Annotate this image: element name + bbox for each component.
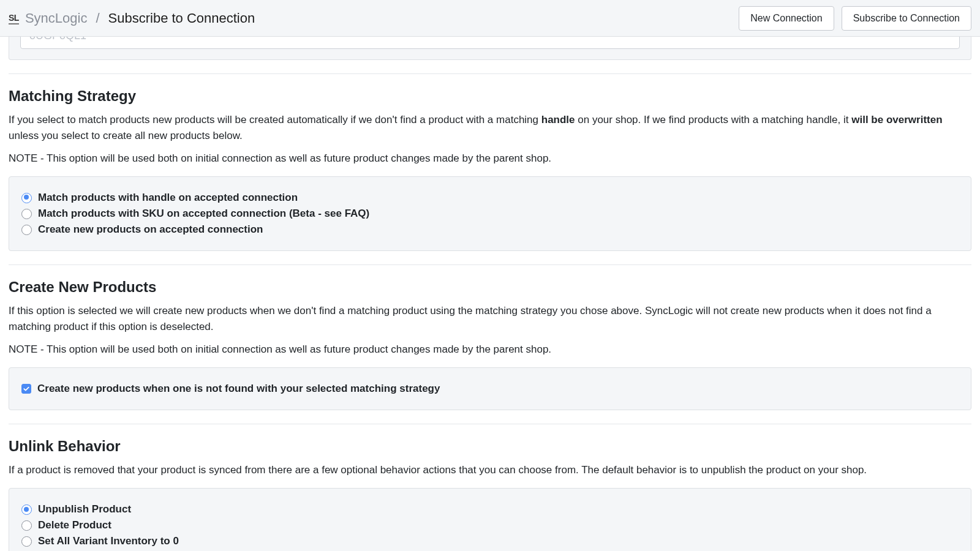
option-label: Match products with handle on accepted c… — [38, 192, 298, 204]
matching-strategy-note: NOTE - This option will be used both on … — [9, 151, 971, 167]
ms-desc-part-a: If you select to match products new prod… — [9, 114, 541, 126]
page-title: Subscribe to Connection — [108, 10, 255, 26]
checkbox-icon — [21, 384, 31, 394]
matching-option-create-new[interactable]: Create new products on accepted connecti… — [21, 223, 959, 236]
matching-strategy-options-card: Match products with handle on accepted c… — [9, 176, 971, 251]
unlink-option-unpublish[interactable]: Unpublish Product — [21, 503, 959, 515]
connection-code-card: oUGPoQL1 — [9, 37, 971, 60]
ms-desc-bold-overwritten: will be overwritten — [851, 114, 942, 126]
option-label: Delete Product — [38, 519, 111, 531]
header-buttons: New Connection Subscribe to Connection — [739, 6, 971, 31]
create-new-products-description: If this option is selected we will creat… — [9, 303, 971, 335]
app-name-link[interactable]: SyncLogic — [25, 10, 88, 26]
ms-desc-part-c: on your shop. If we find products with a… — [575, 114, 852, 126]
subscribe-to-connection-button[interactable]: Subscribe to Connection — [842, 6, 971, 31]
topbar: SL SyncLogic / Subscribe to Connection N… — [0, 0, 980, 37]
new-connection-button[interactable]: New Connection — [739, 6, 834, 31]
divider — [9, 73, 971, 74]
ms-desc-bold-handle: handle — [541, 114, 575, 126]
divider — [9, 264, 971, 265]
option-label: Create new products on accepted connecti… — [38, 223, 263, 236]
create-new-products-card: Create new products when one is not foun… — [9, 367, 971, 410]
create-new-products-note: NOTE - This option will be used both on … — [9, 342, 971, 358]
option-label: Unpublish Product — [38, 503, 131, 515]
unlink-behavior-options-card: Unpublish Product Delete Product Set All… — [9, 488, 971, 551]
breadcrumb-separator: / — [96, 10, 99, 26]
matching-option-sku[interactable]: Match products with SKU on accepted conn… — [21, 208, 959, 220]
unlink-option-zero-inventory[interactable]: Set All Variant Inventory to 0 — [21, 535, 959, 547]
unlink-behavior-heading: Unlink Behavior — [9, 438, 971, 455]
radio-icon — [21, 225, 32, 235]
radio-icon — [21, 193, 32, 203]
option-label: Set All Variant Inventory to 0 — [38, 535, 179, 547]
ms-desc-part-e: unless you select to create all new prod… — [9, 130, 243, 141]
matching-strategy-description: If you select to match products new prod… — [9, 112, 971, 144]
app-logo: SL — [9, 12, 19, 24]
breadcrumb: SL SyncLogic / Subscribe to Connection — [9, 10, 255, 26]
radio-icon — [21, 520, 32, 531]
unlink-behavior-description: If a product is removed that your produc… — [9, 462, 971, 478]
radio-icon — [21, 209, 32, 219]
create-new-products-heading: Create New Products — [9, 279, 971, 296]
radio-icon — [21, 536, 32, 547]
matching-strategy-heading: Matching Strategy — [9, 88, 971, 105]
unlink-option-delete[interactable]: Delete Product — [21, 519, 959, 531]
option-label: Match products with SKU on accepted conn… — [38, 208, 369, 220]
divider — [9, 424, 971, 424]
radio-icon — [21, 504, 32, 515]
create-new-products-checkbox-row[interactable]: Create new products when one is not foun… — [21, 383, 959, 395]
checkbox-label: Create new products when one is not foun… — [37, 383, 440, 395]
matching-option-handle[interactable]: Match products with handle on accepted c… — [21, 192, 959, 204]
connection-code-input[interactable]: oUGPoQL1 — [20, 37, 960, 49]
